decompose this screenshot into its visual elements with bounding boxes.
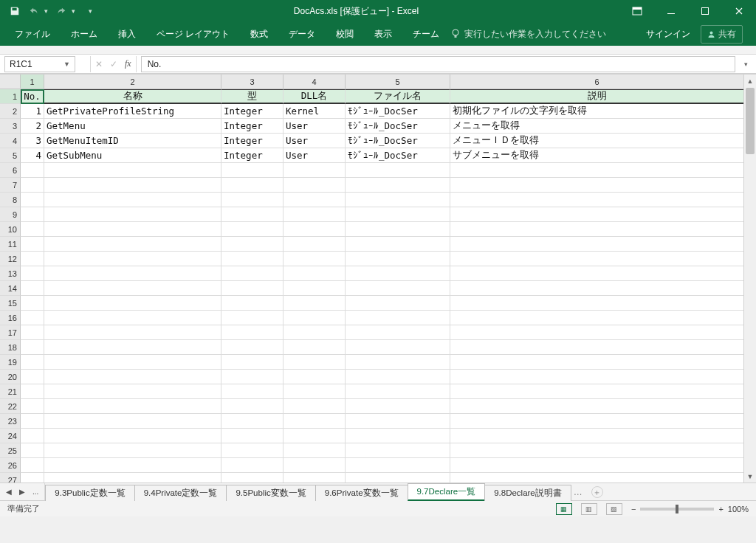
table-cell[interactable]	[346, 399, 450, 414]
table-cell[interactable]	[450, 384, 744, 399]
table-header-cell[interactable]: 型	[221, 89, 284, 104]
table-cell[interactable]	[44, 384, 221, 399]
column-header[interactable]: 1	[21, 75, 44, 89]
new-sheet-button[interactable]: ＋	[591, 486, 603, 498]
table-cell[interactable]	[221, 237, 284, 252]
table-cell[interactable]	[346, 384, 450, 399]
tab-view[interactable]: 表示	[365, 24, 401, 45]
qat-customize-icon[interactable]: ▾	[89, 7, 92, 15]
table-cell[interactable]	[44, 355, 221, 370]
fx-icon[interactable]: fx	[125, 58, 131, 69]
column-header[interactable]: 6	[450, 75, 744, 89]
undo-more-icon[interactable]: ▾	[44, 7, 48, 15]
undo-icon[interactable]	[28, 5, 40, 17]
table-cell[interactable]	[284, 414, 346, 429]
table-cell[interactable]	[284, 237, 346, 252]
row-header[interactable]: 10	[0, 222, 21, 237]
table-cell[interactable]	[21, 355, 44, 370]
table-cell[interactable]	[450, 399, 744, 414]
table-cell[interactable]: メニューを取得	[450, 119, 744, 134]
table-cell[interactable]	[450, 458, 744, 473]
row-header[interactable]: 15	[0, 296, 21, 311]
table-cell[interactable]	[450, 429, 744, 443]
view-page-layout-icon[interactable]: ▥	[581, 503, 597, 515]
table-cell[interactable]	[450, 281, 744, 296]
row-header[interactable]: 11	[0, 237, 21, 252]
minimize-button[interactable]	[654, 0, 688, 22]
table-cell[interactable]	[284, 252, 346, 266]
table-cell[interactable]	[284, 443, 346, 458]
table-cell[interactable]	[284, 163, 346, 178]
table-cell[interactable]	[346, 311, 450, 325]
table-cell[interactable]	[21, 311, 44, 325]
table-cell[interactable]	[221, 384, 284, 399]
table-cell[interactable]: User	[284, 148, 346, 163]
table-cell[interactable]	[221, 193, 284, 207]
table-cell[interactable]	[450, 414, 744, 429]
table-cell[interactable]	[44, 429, 221, 443]
table-header-cell[interactable]: 説明	[450, 89, 744, 104]
table-cell[interactable]	[221, 178, 284, 193]
row-header[interactable]: 7	[0, 178, 21, 193]
row-header[interactable]: 5	[0, 148, 21, 163]
row-header[interactable]: 24	[0, 429, 21, 443]
table-cell[interactable]	[346, 370, 450, 384]
table-cell[interactable]	[450, 443, 744, 458]
table-cell[interactable]: ﾓｼﾞｭｰﾙ_DocSer	[346, 134, 450, 148]
table-cell[interactable]	[450, 296, 744, 311]
table-cell[interactable]	[346, 237, 450, 252]
table-cell[interactable]	[44, 325, 221, 340]
zoom-in-button[interactable]: +	[718, 505, 723, 513]
table-cell[interactable]	[284, 207, 346, 222]
view-page-break-icon[interactable]: ▧	[606, 503, 622, 515]
tab-formulas[interactable]: 数式	[241, 24, 277, 45]
table-cell[interactable]	[221, 443, 284, 458]
table-cell[interactable]	[44, 193, 221, 207]
table-cell[interactable]	[44, 222, 221, 237]
table-cell[interactable]	[21, 178, 44, 193]
table-cell[interactable]	[221, 414, 284, 429]
row-header[interactable]: 25	[0, 443, 21, 458]
table-cell[interactable]	[284, 384, 346, 399]
table-cell[interactable]	[450, 473, 744, 483]
table-cell[interactable]	[21, 414, 44, 429]
table-cell[interactable]	[21, 207, 44, 222]
table-cell[interactable]	[346, 281, 450, 296]
table-cell[interactable]	[284, 340, 346, 355]
name-box[interactable]: R1C1 ▼	[4, 56, 75, 72]
table-cell[interactable]	[21, 266, 44, 281]
table-cell[interactable]	[221, 222, 284, 237]
table-cell[interactable]	[221, 311, 284, 325]
table-cell[interactable]	[346, 178, 450, 193]
table-cell[interactable]	[284, 458, 346, 473]
table-cell[interactable]	[21, 399, 44, 414]
table-cell[interactable]	[221, 163, 284, 178]
row-header[interactable]: 16	[0, 311, 21, 325]
table-cell[interactable]	[346, 443, 450, 458]
table-cell[interactable]	[21, 237, 44, 252]
table-cell[interactable]	[44, 207, 221, 222]
row-header[interactable]: 18	[0, 340, 21, 355]
table-cell[interactable]	[284, 473, 346, 483]
tab-insert[interactable]: 挿入	[109, 24, 145, 45]
ribbon-display-icon[interactable]	[620, 0, 654, 22]
table-cell[interactable]	[21, 325, 44, 340]
table-cell[interactable]: 初期化ファイルの文字列を取得	[450, 104, 744, 119]
sheet-tab[interactable]: 9.3Public定数一覧	[45, 485, 134, 501]
table-cell[interactable]	[284, 266, 346, 281]
table-cell[interactable]	[450, 340, 744, 355]
row-header[interactable]: 4	[0, 134, 21, 148]
enter-icon[interactable]: ✓	[110, 59, 117, 69]
table-cell[interactable]	[450, 325, 744, 340]
table-cell[interactable]	[221, 399, 284, 414]
table-cell[interactable]: ﾓｼﾞｭｰﾙ_DocSer	[346, 104, 450, 119]
table-cell[interactable]	[21, 370, 44, 384]
table-cell[interactable]	[221, 266, 284, 281]
table-cell[interactable]	[346, 266, 450, 281]
table-cell[interactable]	[284, 281, 346, 296]
table-cell[interactable]	[346, 222, 450, 237]
table-cell[interactable]: サブメニューを取得	[450, 148, 744, 163]
row-header[interactable]: 22	[0, 399, 21, 414]
scroll-thumb[interactable]	[746, 88, 755, 154]
table-cell[interactable]	[44, 178, 221, 193]
